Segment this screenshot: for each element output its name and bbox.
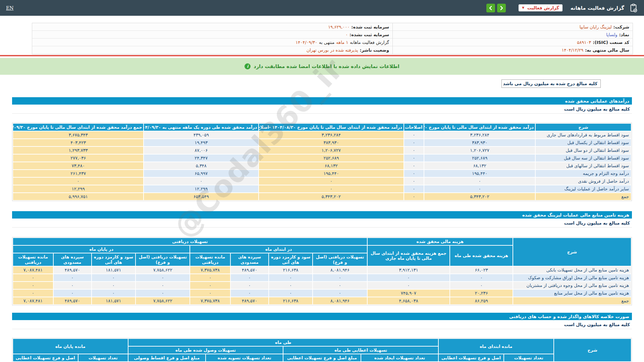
group-header-during-month: طی ماه (128, 339, 438, 346)
column-header-desc: شرح (536, 124, 631, 131)
company-info-right-column: شرکت: لیزینگ رایان سایپا نماد: ولساپا کد… (392, 23, 633, 54)
column-header-end-balance: مانده تسهیلات دریافتی (13, 253, 53, 266)
table-row: هزینه تامین منابع مالی از محل سایر منابع… (13, 290, 631, 297)
value-cell: ۴۸۹,۵۷۰ (54, 266, 91, 274)
value-cell: ۰ (190, 290, 230, 297)
value-cell: ۲۶۱,۴۳۷ (13, 170, 143, 177)
group-header-realized-cost: هزینه مالی محقق شده (368, 238, 513, 245)
section-operating-income: درآمدهای عملیاتی محقق شده کلیه مبالغ به … (12, 97, 632, 201)
group-header-granted-during-month: تسهیلات اعطایی طی ماه (283, 347, 438, 354)
company-name-row: شرکت: لیزینگ رایان سایپا (393, 23, 633, 31)
column-header-begin-blocked-deposits: سپرده های مسدودی (231, 253, 268, 266)
column-header-desc: شرح (554, 339, 631, 361)
company-name-value: لیزینگ رایان سایپا (580, 24, 612, 29)
value-cell: ۸۷,۰۰۶ (144, 147, 258, 154)
value-cell: ۷,۷۵۸,۶۲۲ (136, 297, 190, 304)
table-row: هزینه تامین منابع مالی از محل تسهیلات با… (13, 266, 631, 274)
signature-match-text: اطلاعات نمایش داده شده با اطلاعات امضا ش… (254, 64, 399, 69)
value-cell: ۲۱۶,۶۳۸ (269, 266, 313, 274)
table-row: هزینه تامین منابع مالی از محل اوراق مشار… (13, 274, 631, 281)
column-header-begin-balance: مانده تسهیلات دریافتی (190, 253, 230, 266)
value-cell: ۰ (259, 178, 404, 185)
column-header-income-total: جمع درآمد محقق شده از ابتدای سال مالی تا… (13, 124, 143, 131)
value-cell: ۷۴۵,۹۰۷ (368, 290, 450, 297)
value-cell: ۰ (136, 274, 190, 281)
value-cell: ۰ (190, 274, 230, 281)
row-label-cell: درآمد حاصل از فروش نقدی (536, 178, 631, 185)
row-label-cell: جمع (513, 297, 631, 304)
section-goods-receivables: صورت خلاصه کالاهای واگذار شده و حساب های… (12, 313, 632, 362)
section-title: درآمدهای عملیاتی محقق شده (565, 99, 629, 104)
value-cell: ۱۲,۲۹۹ (144, 185, 258, 192)
value-cell: ۷,۷۵۸,۶۲۲ (136, 266, 190, 274)
table-row: سود اقساط مربوط به قراردادهای سال جاری۳,… (13, 131, 631, 138)
value-cell: ۰ (13, 290, 53, 297)
report-navigation (486, 4, 506, 12)
info-icon: i (245, 63, 251, 69)
table-row: جمع۸۶,۲۵۹۴,۶۵۸,۰۳۸۸,۰۸۱,۹۴۶۲۱۶,۶۳۸۴۸۹,۵۷… (13, 297, 631, 304)
value-cell: ۴۸۹,۵۷۰ (231, 297, 268, 304)
value-cell: ۰ (404, 155, 424, 162)
column-header-income-adjusted: درآمد محقق شده از ابتدای سال مالی تا پای… (259, 124, 404, 131)
group-header-end-balance: مانده پایان ماه (13, 339, 128, 354)
value-cell: ۱,۲۹۳,۷۳۳ (13, 147, 143, 154)
value-cell: ۳۸۳,۹۳۰ (424, 139, 535, 146)
value-cell: ۰ (368, 282, 450, 289)
value-cell: ۰ (269, 282, 313, 289)
next-report-button[interactable] (497, 4, 506, 12)
ticker-label: نماد: (619, 32, 629, 37)
value-cell: ۱۹۵,۴۴۰ (259, 170, 404, 177)
column-header-end-principal: تسهیلات دریافتی (اصل و فرع) (136, 253, 190, 266)
row-label-cell: سود اقساط انتقالی از سالهای قبل (536, 162, 631, 169)
value-cell: ۸,۰۸۱,۹۴۶ (313, 297, 367, 304)
unregistered-capital-value: ۰ (345, 32, 348, 37)
table-row: سایر درآمد حاصل از عملیات لیزینگ۰۰۰۱۲,۲۹… (13, 185, 631, 192)
chevron-down-icon: ▼ (522, 6, 524, 9)
value-cell: ۰ (92, 274, 136, 281)
previous-report-button[interactable] (486, 4, 495, 12)
value-cell: ۶۵,۹۹۷ (144, 170, 258, 177)
value-cell: ۱۹,۴۹۳ (144, 139, 258, 146)
operating-income-section-header: درآمدهای عملیاتی محقق شده (12, 97, 632, 105)
value-cell: ۰ (424, 178, 535, 185)
ticker-value[interactable]: ولساپا (606, 32, 617, 37)
row-label-cell: سایر درآمد حاصل از عملیات لیزینگ (536, 185, 631, 192)
column-header-begin-principal: تسهیلات دریافتی (اصل و فرع) (313, 253, 367, 266)
value-cell: ۰ (269, 274, 313, 281)
table-row: سود اقساط انتقالی از دو سال قبل۱,۲۰۶,۷۲۷… (13, 147, 631, 154)
row-label-cell: سود اقساط انتقالی از سه سال قبل (536, 155, 631, 162)
value-cell: ۷,۳۷۵,۷۳۸ (190, 266, 230, 274)
column-header-end-blocked-deposits: سپرده های مسدودی (54, 253, 91, 266)
value-cell: ۱۹۵,۴۴۰ (424, 170, 535, 177)
row-label-cell: هزینه تامین منابع مالی از محل اوراق مشار… (513, 274, 631, 281)
value-cell: ۶۶,۰۲۳ (450, 266, 512, 274)
signature-match-banner: اطلاعات نمایش داده شده با اطلاعات امضا ش… (0, 58, 644, 75)
isic-row: کد صنعت (ISIC): ۵۸۹۱۰۳ (393, 39, 633, 46)
column-header-end-principal: اصل و فرع تسهیلات اعطایی (13, 354, 78, 361)
group-header-begin-balance: مانده ابتدای ماه (439, 339, 553, 354)
value-cell: ۳۸۳,۹۳۰ (259, 139, 404, 146)
report-type-dropdown[interactable]: گزارش فعالیت ▼ (519, 4, 562, 11)
top-header-bar: گزارش فعالیت ماهانه گزارش فعالیت ▼ EN (0, 0, 644, 16)
table-row: سود اقساط انتقالی از سالهای قبل۶۸,۱۳۲۰۶۸… (13, 162, 631, 169)
value-cell: ۷,۰۸۷,۴۸۱ (13, 297, 53, 304)
column-header-cost-during-month: هزینه محقق شده طی ماه (450, 246, 512, 266)
value-cell: ۷,۰۸۷,۴۸۱ (13, 266, 53, 274)
value-cell: ۱۸۱,۵۷۱ (92, 266, 136, 274)
value-cell: ۰ (231, 282, 268, 289)
value-cell: ۰ (259, 185, 404, 192)
report-period-row: گزارش فعالیت ماهانه ۱ ماهه منتهی به ۱۴۰۴… (32, 39, 392, 46)
column-header-adjustments: اصلاحات (404, 124, 424, 131)
clipboard-report-icon (629, 3, 638, 12)
value-cell: ۰ (231, 274, 268, 281)
isic-value: ۵۸۹۱۰۳ (577, 40, 591, 45)
language-toggle-en[interactable]: EN (6, 5, 13, 11)
amounts-unit-note-box: کلیه مبالغ درج شده به میلیون ریال می باش… (501, 79, 601, 88)
value-cell: ۰ (313, 274, 367, 281)
column-header-begin-future-interest: سود و کارمزد دوره های آتی (269, 253, 313, 266)
value-cell: ۰ (404, 131, 424, 138)
value-cell: ۱۲,۲۹۹ (13, 185, 143, 192)
value-cell: ۰ (92, 282, 136, 289)
value-cell: ۰ (404, 170, 424, 177)
chevron-right-icon (499, 6, 503, 10)
